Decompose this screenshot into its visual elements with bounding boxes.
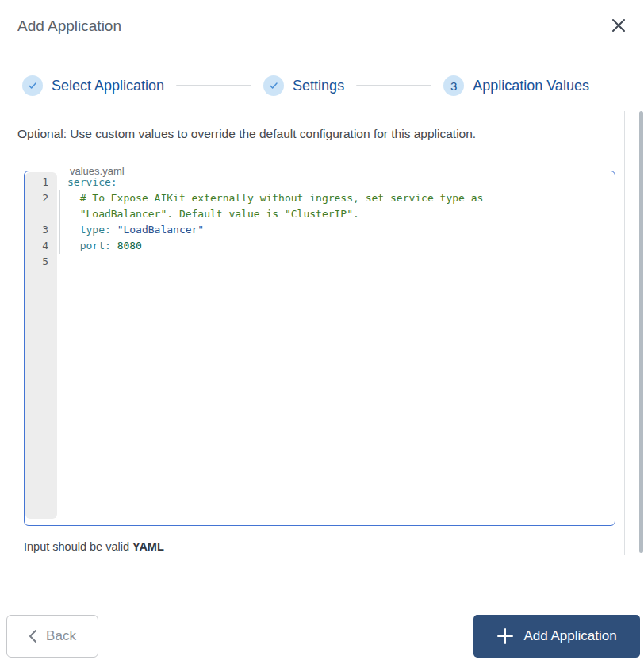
code-row: 2 # To Expose AIKit externally without i… (25, 190, 613, 206)
close-icon (611, 17, 627, 33)
step-check-icon (263, 75, 284, 96)
dialog-description: Optional: Use custom values to override … (17, 127, 476, 141)
scrollbar-thumb[interactable] (639, 111, 643, 553)
code-row: "LoadBalancer". Default value is "Cluste… (25, 206, 613, 222)
code-row: 3 type: "LoadBalancer" (25, 222, 613, 238)
code-text (57, 254, 67, 270)
step-label: Settings (293, 78, 344, 94)
code-area: 1service:2 # To Expose AIKit externally … (25, 172, 613, 270)
scroll-track-divider (624, 111, 625, 555)
add-application-button-label: Add Application (523, 628, 616, 644)
step-check-icon (22, 75, 43, 96)
step-label: Select Application (52, 78, 164, 94)
step-select-application[interactable]: Select Application (22, 75, 164, 96)
line-number: 1 (25, 175, 57, 190)
close-button[interactable] (608, 14, 630, 36)
code-row: 5 (25, 254, 613, 270)
code-text: service: (57, 175, 117, 190)
code-text: type: "LoadBalancer" (57, 222, 204, 238)
code-row: 4 port: 8080 (25, 238, 613, 254)
code-text: "LoadBalancer". Default value is "Cluste… (57, 206, 359, 222)
add-application-button[interactable]: Add Application (473, 615, 640, 658)
step-number: 3 (443, 75, 464, 96)
back-button[interactable]: Back (6, 615, 98, 658)
yaml-editor[interactable]: values.yaml 1service:2 # To Expose AIKit… (24, 171, 615, 526)
plus-icon (496, 627, 514, 645)
back-button-label: Back (46, 628, 76, 644)
step-settings[interactable]: Settings (263, 75, 344, 96)
code-text: # To Expose AIKit externally without ing… (57, 190, 483, 206)
step-connector (356, 85, 431, 86)
line-number: 2 (25, 190, 57, 206)
code-row: 1service: (25, 175, 613, 190)
chevron-left-icon (29, 629, 37, 643)
step-application-values[interactable]: 3Application Values (443, 75, 589, 96)
stepper: Select ApplicationSettings3Application V… (22, 75, 589, 96)
line-number: 3 (25, 222, 57, 238)
dialog-title: Add Application (17, 17, 121, 35)
line-number (25, 206, 57, 222)
yaml-validation-hint: Input should be valid YAML (24, 540, 164, 553)
step-connector (176, 85, 251, 86)
line-number: 5 (25, 254, 57, 270)
step-label: Application Values (473, 78, 589, 94)
line-number: 4 (25, 238, 57, 254)
code-text: port: 8080 (57, 238, 142, 254)
